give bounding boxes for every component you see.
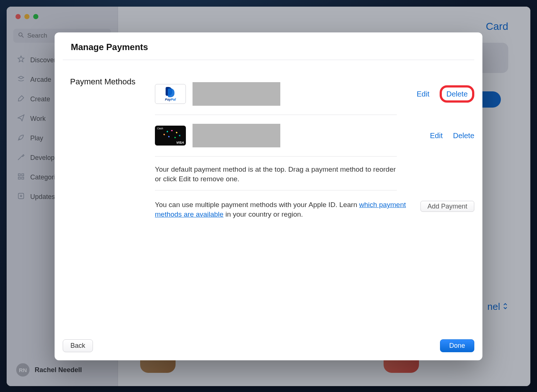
payment-method-row[interactable]: Cash VISA Edit Delete — [155, 115, 397, 157]
edit-button[interactable]: Edit — [430, 132, 443, 140]
back-button[interactable]: Back — [63, 339, 93, 352]
payment-methods-label: Payment Methods — [70, 77, 155, 87]
add-payment-button[interactable]: Add Payment — [420, 201, 474, 212]
sheet-footer: Back Done — [55, 333, 482, 360]
sheet-header: Manage Payments — [63, 32, 474, 60]
payment-method-row[interactable]: PayPal Edit Delete — [155, 73, 397, 115]
delete-button[interactable]: Delete — [453, 132, 474, 140]
payment-methods-list: PayPal Edit Delete Cash — [155, 73, 474, 333]
sheet-title: Manage Payments — [71, 42, 466, 52]
redacted-account-info — [193, 82, 280, 106]
multi-payment-help-text: You can use multiple payment methods wit… — [155, 200, 409, 219]
delete-highlight: Delete — [440, 85, 474, 103]
manage-payments-sheet: Manage Payments Payment Methods PayPal — [55, 32, 482, 360]
redacted-account-info — [193, 124, 280, 147]
reorder-help-text: Your default payment method is at the to… — [155, 157, 397, 190]
section-label-col: Payment Methods — [63, 73, 155, 333]
done-button[interactable]: Done — [440, 339, 474, 352]
visa-card-icon: Cash VISA — [155, 126, 186, 146]
edit-button[interactable]: Edit — [417, 90, 429, 98]
modal-overlay: Manage Payments Payment Methods PayPal — [0, 0, 537, 392]
multi-payment-help-row: You can use multiple payment methods wit… — [155, 190, 474, 219]
paypal-card-icon: PayPal — [155, 84, 186, 104]
sheet-body: Payment Methods PayPal Edit — [55, 60, 482, 333]
delete-button[interactable]: Delete — [446, 90, 468, 98]
